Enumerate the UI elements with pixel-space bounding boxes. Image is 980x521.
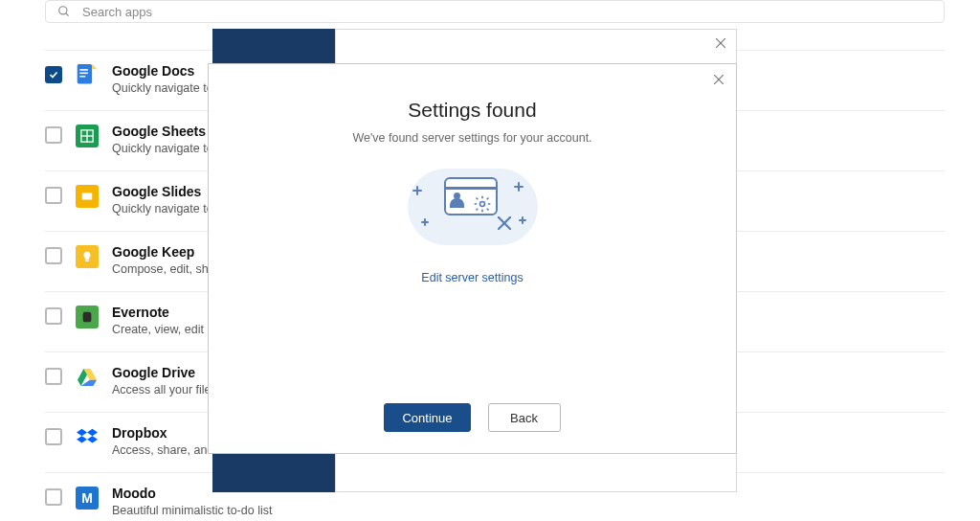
checkbox[interactable] <box>45 247 62 264</box>
evernote-icon <box>76 306 99 328</box>
search-input[interactable] <box>80 4 932 20</box>
google-slides-icon <box>76 185 99 208</box>
google-docs-icon <box>76 64 99 87</box>
close-icon[interactable] <box>713 35 728 51</box>
svg-point-0 <box>59 7 67 14</box>
svg-marker-6 <box>92 64 97 69</box>
svg-line-1 <box>66 13 69 16</box>
svg-marker-17 <box>77 436 87 442</box>
search-bar[interactable] <box>45 0 945 23</box>
moodo-icon: M <box>76 487 99 510</box>
google-drive-icon <box>76 366 99 389</box>
svg-rect-11 <box>85 260 89 261</box>
continue-button[interactable]: Continue <box>384 403 470 432</box>
svg-rect-5 <box>79 76 85 78</box>
dialog-title: Settings found <box>408 99 536 122</box>
search-icon <box>57 5 71 18</box>
checkbox[interactable] <box>45 368 62 385</box>
checkbox[interactable] <box>45 187 62 204</box>
svg-marker-18 <box>87 436 98 442</box>
svg-rect-3 <box>79 69 88 71</box>
checkbox[interactable] <box>45 307 62 325</box>
edit-server-settings-link[interactable]: Edit server settings <box>421 271 523 284</box>
back-button[interactable]: Back <box>488 403 561 432</box>
checkbox[interactable] <box>45 428 62 445</box>
gear-icon <box>473 194 492 214</box>
svg-marker-16 <box>87 429 98 436</box>
checkbox[interactable] <box>45 488 62 506</box>
svg-point-31 <box>479 202 484 207</box>
google-keep-icon <box>76 245 99 268</box>
google-sheets-icon <box>76 125 99 147</box>
settings-illustration <box>396 164 549 250</box>
checkbox[interactable] <box>45 66 62 83</box>
dropbox-icon <box>76 426 99 449</box>
svg-marker-15 <box>77 429 87 436</box>
dialog-subtitle: We've found server settings for your acc… <box>352 131 591 145</box>
svg-rect-4 <box>79 73 88 75</box>
svg-rect-2 <box>78 64 92 84</box>
checkbox[interactable] <box>45 126 62 144</box>
settings-found-dialog: Settings found We've found server settin… <box>208 63 737 454</box>
app-desc: Beautiful minimalistic to-do list <box>112 503 945 519</box>
svg-rect-10 <box>82 193 93 200</box>
